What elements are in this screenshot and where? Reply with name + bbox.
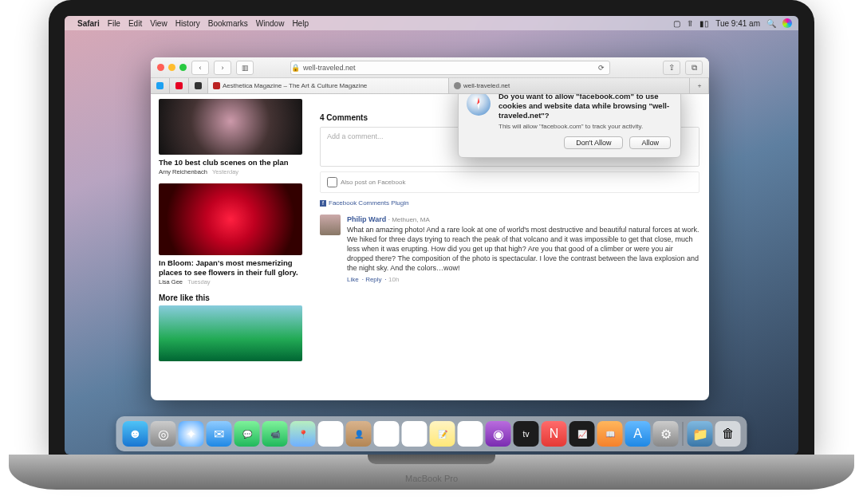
- safari-window: ‹ › ▥ 🔒 well-traveled.net ⟳ ⇪ ⧉ Aestheti…: [151, 57, 709, 400]
- fb-plugin-link[interactable]: f Facebook Comments Plugin: [320, 199, 699, 207]
- share-button[interactable]: ⇪: [663, 61, 680, 75]
- close-button[interactable]: [157, 64, 164, 71]
- article-title: The 10 best club scenes on the plan: [159, 158, 302, 167]
- menu-bookmarks[interactable]: Bookmarks: [208, 19, 248, 28]
- comment-actions: Like· Reply· 10h: [347, 276, 699, 285]
- menu-file[interactable]: File: [108, 19, 120, 28]
- safari-titlebar: ‹ › ▥ 🔒 well-traveled.net ⟳ ⇪ ⧉: [151, 57, 709, 78]
- article-card[interactable]: The 10 best club scenes on the plan Amy …: [159, 99, 302, 175]
- dock-news[interactable]: N: [542, 421, 567, 447]
- tab-secondary[interactable]: well-traveled.net: [449, 78, 690, 93]
- menu-help[interactable]: Help: [292, 19, 309, 28]
- article-thumb: [159, 99, 302, 155]
- tab-active-label: Aesthetica Magazine – The Art & Culture …: [223, 82, 367, 89]
- tab-active[interactable]: Aesthetica Magazine – The Art & Culture …: [208, 78, 449, 93]
- dont-allow-button[interactable]: Don't Allow: [564, 136, 623, 149]
- article-title: In Bloom: Japan's most mesmerizing place…: [159, 258, 302, 277]
- airplay-icon[interactable]: ▢: [673, 19, 680, 28]
- siri-icon[interactable]: [782, 18, 792, 28]
- page-content: The 10 best club scenes on the plan Amy …: [151, 94, 709, 400]
- permission-dialog: Do you want to allow "facebook.com" to u…: [458, 94, 681, 158]
- article-byline: Amy Reichenbach Yesterday: [159, 168, 302, 175]
- laptop-frame: Safari File Edit View History Bookmarks …: [49, 0, 814, 455]
- article-card[interactable]: In Bloom: Japan's most mesmerizing place…: [159, 183, 302, 285]
- address-bar[interactable]: 🔒 well-traveled.net ⟳: [290, 61, 610, 75]
- battery-icon[interactable]: ▮▯: [699, 19, 709, 28]
- laptop-notch: [368, 455, 495, 464]
- dock-mail[interactable]: ✉: [207, 421, 232, 447]
- dock-trash[interactable]: 🗑: [715, 421, 741, 447]
- dock: ☻◎✦✉💬📹📍❀👤10☰📝♫◉tvN📈📖A⚙📁🗑: [116, 416, 747, 451]
- maximize-button[interactable]: [179, 64, 187, 71]
- comment-placeholder: Add a comment...: [327, 132, 384, 140]
- dock-folder[interactable]: 📁: [688, 421, 713, 447]
- dock-contacts[interactable]: 👤: [346, 421, 372, 447]
- sidebar-column: The 10 best club scenes on the plan Amy …: [151, 94, 310, 400]
- menubar-clock[interactable]: Tue 9:41 am: [715, 19, 760, 28]
- dock-preferences[interactable]: ⚙: [653, 421, 679, 447]
- dock-finder[interactable]: ☻: [123, 421, 148, 447]
- article-thumb[interactable]: [159, 305, 302, 361]
- menu-history[interactable]: History: [175, 19, 200, 28]
- spotlight-icon[interactable]: 🔍: [766, 19, 776, 28]
- address-host: well-traveled.net: [303, 64, 356, 72]
- comment-age: 10h: [388, 276, 399, 283]
- menu-window[interactable]: Window: [256, 19, 285, 28]
- window-controls: [157, 64, 187, 71]
- dock-facetime[interactable]: 📹: [262, 421, 288, 447]
- menubar: Safari File Edit View History Bookmarks …: [65, 16, 798, 30]
- forward-button[interactable]: ›: [214, 61, 231, 75]
- wifi-icon[interactable]: ⥣: [687, 19, 693, 28]
- pinned-tab-pinterest[interactable]: [170, 78, 189, 93]
- dock-messages[interactable]: 💬: [234, 421, 260, 447]
- dock-books[interactable]: 📖: [597, 421, 623, 447]
- comment-author[interactable]: Philip Ward: [347, 215, 386, 223]
- back-button[interactable]: ‹: [191, 61, 209, 75]
- dock-podcasts[interactable]: ◉: [486, 421, 511, 447]
- article-byline: Lisa Gee Tuesday: [159, 278, 302, 285]
- minimize-button[interactable]: [168, 64, 175, 71]
- menu-view[interactable]: View: [150, 19, 167, 28]
- dock-photos[interactable]: ❀: [318, 421, 344, 447]
- tab-secondary-label: well-traveled.net: [463, 82, 510, 89]
- reload-icon[interactable]: ⟳: [598, 64, 605, 72]
- tabs-button[interactable]: ⧉: [685, 61, 703, 75]
- dock-maps[interactable]: 📍: [290, 421, 316, 447]
- dock-tv[interactable]: tv: [514, 421, 539, 447]
- comment-item: Philip Ward · Methuen, MA What an amazin…: [320, 215, 699, 284]
- more-heading: More like this: [159, 293, 302, 302]
- lock-icon: 🔒: [291, 64, 300, 72]
- new-tab-button[interactable]: ＋: [690, 78, 709, 93]
- tab-bar: Aesthetica Magazine – The Art & Culture …: [151, 78, 709, 94]
- dock-separator: [683, 422, 684, 446]
- dock-music[interactable]: ♫: [458, 421, 483, 447]
- dock-stocks[interactable]: 📈: [569, 421, 595, 447]
- menu-edit[interactable]: Edit: [128, 19, 142, 28]
- dock-calendar[interactable]: 10: [374, 421, 400, 447]
- dock-safari[interactable]: ✦: [179, 421, 204, 447]
- laptop-label: MacBook Pro: [9, 474, 854, 483]
- laptop-base: MacBook Pro: [9, 455, 854, 490]
- laptop-screen: Safari File Edit View History Bookmarks …: [65, 16, 798, 455]
- dialog-subtitle: This will allow "facebook.com" to track …: [498, 123, 671, 130]
- dock-appstore[interactable]: A: [625, 421, 651, 447]
- avatar[interactable]: [320, 215, 341, 235]
- allow-button[interactable]: Allow: [629, 136, 671, 149]
- safari-icon: [467, 94, 491, 116]
- pinned-tab-twitter[interactable]: [151, 78, 170, 93]
- dock-launchpad[interactable]: ◎: [151, 421, 176, 447]
- reply-link[interactable]: Reply: [365, 276, 381, 283]
- dock-notes[interactable]: 📝: [430, 421, 455, 447]
- pinned-tab-bookmark[interactable]: [189, 78, 208, 93]
- main-column: Do you want to allow "facebook.com" to u…: [310, 94, 709, 400]
- article-thumb: [159, 183, 302, 255]
- dialog-title: Do you want to allow "facebook.com" to u…: [498, 94, 671, 120]
- also-post-checkbox[interactable]: [327, 177, 337, 187]
- dock-reminders[interactable]: ☰: [402, 421, 428, 447]
- also-post-row: Also post on Facebook: [320, 171, 699, 193]
- like-link[interactable]: Like: [347, 276, 359, 283]
- sidebar-button[interactable]: ▥: [236, 61, 254, 75]
- menubar-app-name[interactable]: Safari: [77, 19, 100, 28]
- comment-text: What an amazing photo! And a rare look a…: [347, 225, 699, 274]
